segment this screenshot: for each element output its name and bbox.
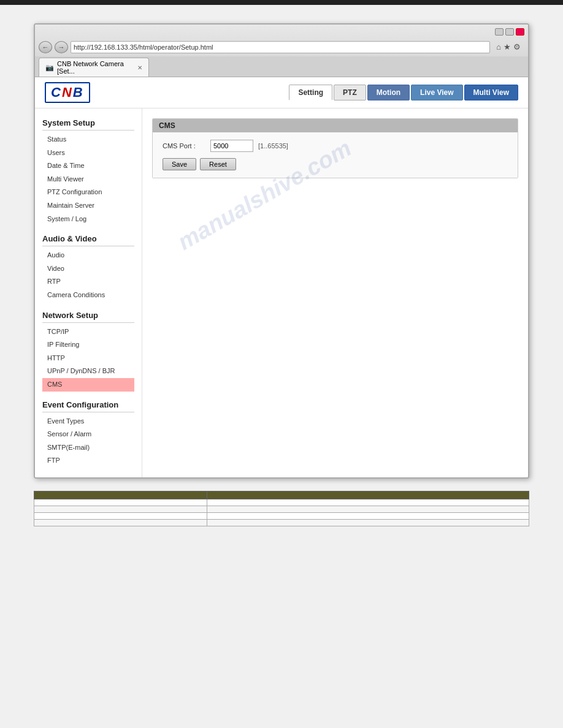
settings-icon[interactable]: ⚙ <box>513 42 521 51</box>
sidebar: System Setup Status Users Date & Time Mu… <box>35 108 142 477</box>
tab-bar: 📷 CNB Network Camera [Set... ✕ <box>35 56 528 77</box>
back-button[interactable]: ← <box>39 41 52 53</box>
table-cell <box>207 519 529 526</box>
sidebar-item-eventtypes[interactable]: Event Types <box>42 415 134 428</box>
sidebar-item-multiviewer[interactable]: Multi Viewer <box>42 173 134 186</box>
tab-ptz[interactable]: PTZ <box>334 85 366 100</box>
table-cell <box>34 506 207 512</box>
maximize-button[interactable] <box>505 28 514 36</box>
table-row <box>34 499 529 506</box>
table-row <box>34 519 529 526</box>
sidebar-item-sensor[interactable]: Sensor / Alarm <box>42 428 134 441</box>
panel-body: CMS Port : [1..65535] Save Reset <box>153 132 518 178</box>
tab-title: CNB Network Camera [Set... <box>57 60 134 75</box>
table-row <box>34 512 529 519</box>
button-row: Save Reset <box>163 158 508 170</box>
top-bar <box>0 0 563 5</box>
sidebar-item-systemlog[interactable]: System / Log <box>42 213 134 226</box>
cms-port-label: CMS Port : <box>163 142 205 150</box>
tab-multiview[interactable]: Multi View <box>464 85 518 100</box>
sidebar-item-tcpip[interactable]: TCP/IP <box>42 325 134 339</box>
panel-header: CMS <box>153 119 518 132</box>
table-cell <box>34 519 207 526</box>
sidebar-item-audio[interactable]: Audio <box>42 249 134 262</box>
divider-audio-video <box>42 246 134 246</box>
cms-port-row: CMS Port : [1..65535] <box>163 140 508 152</box>
sidebar-item-video[interactable]: Video <box>42 262 134 276</box>
divider-event <box>42 412 134 412</box>
nav-tabs: Setting PTZ Motion Live View Multi View <box>289 85 518 100</box>
browser-tab[interactable]: 📷 CNB Network Camera [Set... ✕ <box>39 58 149 77</box>
address-bar[interactable]: http://192.168.133.35/html/operator/Setu… <box>71 41 490 53</box>
sidebar-item-cms[interactable]: CMS <box>42 378 134 392</box>
cms-port-hint: [1..65535] <box>258 142 288 150</box>
star-icon[interactable]: ★ <box>504 42 511 51</box>
minimize-button[interactable] <box>495 28 504 36</box>
section-title-network: Network Setup <box>42 311 134 320</box>
sidebar-item-http[interactable]: HTTP <box>42 352 134 365</box>
browser-chrome: ← → http://192.168.133.35/html/operator/… <box>35 25 528 77</box>
home-icon[interactable]: ⌂ <box>496 42 501 51</box>
sidebar-item-ftp[interactable]: FTP <box>42 454 134 468</box>
sidebar-item-maintain[interactable]: Maintain Server <box>42 199 134 213</box>
sidebar-item-camera[interactable]: Camera Conditions <box>42 289 134 302</box>
sidebar-item-status[interactable]: Status <box>42 133 134 146</box>
close-button[interactable] <box>516 28 524 36</box>
sidebar-item-ptz-config[interactable]: PTZ Configuration <box>42 186 134 199</box>
tab-setting[interactable]: Setting <box>289 85 332 100</box>
browser-addressbar: ← → http://192.168.133.35/html/operator/… <box>35 38 528 56</box>
app-content: CNB Setting PTZ Motion Live View <box>35 77 528 477</box>
reset-button[interactable]: Reset <box>200 158 236 170</box>
save-button[interactable]: Save <box>163 158 196 170</box>
tab-close-icon[interactable]: ✕ <box>137 64 142 71</box>
tab-liveview[interactable]: Live View <box>411 85 462 100</box>
sidebar-item-users[interactable]: Users <box>42 146 134 160</box>
address-text: http://192.168.133.35/html/operator/Setu… <box>74 44 213 51</box>
table-cell <box>207 512 529 519</box>
table-header-col1 <box>34 491 207 499</box>
table-row <box>34 506 529 512</box>
cnb-logo: CNB <box>45 82 90 103</box>
table-cell <box>207 506 529 512</box>
browser-window: ← → http://192.168.133.35/html/operator/… <box>34 23 529 479</box>
table-cell <box>34 499 207 506</box>
browser-titlebar <box>35 25 528 38</box>
divider-network <box>42 322 134 323</box>
tab-motion[interactable]: Motion <box>367 85 410 100</box>
section-title-system: System Setup <box>42 118 134 127</box>
sidebar-item-rtp[interactable]: RTP <box>42 275 134 289</box>
section-title-audio-video: Audio & Video <box>42 234 134 243</box>
bottom-table <box>34 491 529 526</box>
bottom-table-wrapper <box>34 491 529 526</box>
main-layout: System Setup Status Users Date & Time Mu… <box>35 108 528 477</box>
cms-panel: CMS CMS Port : [1..65535] Save Reset <box>152 118 518 178</box>
sidebar-item-smtp[interactable]: SMTP(E-mail) <box>42 441 134 455</box>
cms-port-input[interactable] <box>210 140 253 152</box>
table-cell <box>34 512 207 519</box>
sidebar-item-datetime[interactable]: Date & Time <box>42 159 134 173</box>
app-header: CNB Setting PTZ Motion Live View <box>35 77 528 108</box>
forward-button[interactable]: → <box>55 41 68 53</box>
divider-system <box>42 130 134 131</box>
section-title-event: Event Configuration <box>42 400 134 409</box>
table-cell <box>207 499 529 506</box>
sidebar-item-ipfilter[interactable]: IP Filtering <box>42 338 134 352</box>
tab-favicon: 📷 <box>45 64 54 72</box>
content-area: manualshive.com CMS CMS Port : [1..65535… <box>142 108 528 477</box>
table-header-col2 <box>207 491 529 499</box>
toolbar-icons: ⌂ ★ ⚙ <box>492 40 524 54</box>
sidebar-item-upnp[interactable]: UPnP / DynDNS / BJR <box>42 365 134 378</box>
